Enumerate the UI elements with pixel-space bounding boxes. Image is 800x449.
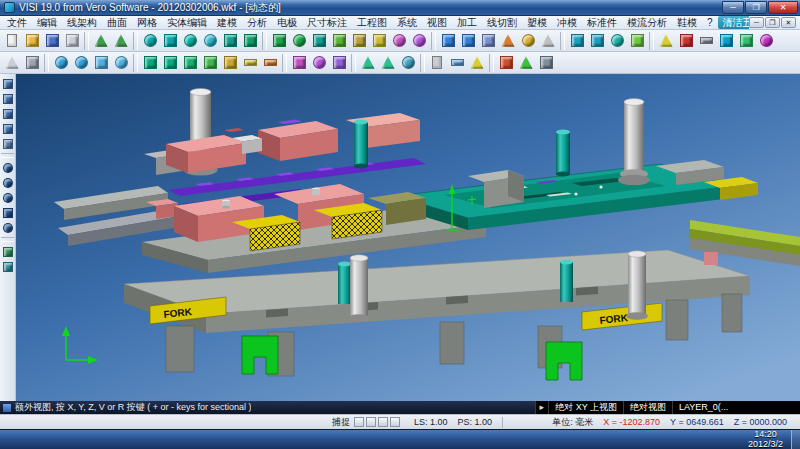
tool-hole-wizard-icon[interactable]	[309, 53, 329, 73]
layer-field[interactable]: LAYER_0(...	[672, 401, 800, 414]
tool-thickness-icon[interactable]	[398, 53, 418, 73]
show-desktop-button[interactable]	[791, 430, 800, 449]
menu-item-建模[interactable]: 建模	[212, 16, 242, 29]
view-front-icon[interactable]	[0, 106, 15, 121]
tool-revolve-icon[interactable]	[289, 31, 309, 51]
tool-fillet-icon[interactable]	[518, 31, 538, 51]
tool-springs-icon[interactable]	[260, 53, 280, 73]
tool-intersect-icon[interactable]	[478, 31, 498, 51]
view-wire-icon[interactable]	[0, 259, 15, 274]
menu-item-文件[interactable]: 文件	[2, 16, 32, 29]
view-zoom-out-icon[interactable]	[0, 175, 15, 190]
menu-item-?[interactable]: ?	[702, 16, 718, 29]
menu-item-编辑[interactable]: 编辑	[32, 16, 62, 29]
tool-shell-icon[interactable]	[349, 31, 369, 51]
tool-select-icon[interactable]	[2, 53, 22, 73]
menu-item-曲面[interactable]: 曲面	[102, 16, 132, 29]
tool-layers-icon[interactable]	[696, 31, 716, 51]
absolute-xy-view-field[interactable]: 绝对 XY 上视图	[548, 401, 623, 414]
view-pan-icon[interactable]	[0, 205, 15, 220]
tool-cam-icon[interactable]	[496, 53, 516, 73]
menu-item-网格[interactable]: 网格	[132, 16, 162, 29]
title-bar[interactable]: VISI 19.0 from Vero Software - 201203020…	[0, 0, 800, 16]
tool-simulate-icon[interactable]	[516, 53, 536, 73]
tool-circle-icon[interactable]	[200, 31, 220, 51]
tool-block-icon[interactable]	[369, 31, 389, 51]
intersection-snap-toggle[interactable]	[390, 417, 400, 427]
tool-render-icon[interactable]	[756, 31, 776, 51]
tool-orbit-icon[interactable]	[111, 53, 131, 73]
view-right-icon[interactable]	[0, 121, 15, 136]
tool-plate-wizard-icon[interactable]	[289, 53, 309, 73]
tool-sphere-icon[interactable]	[409, 31, 429, 51]
grid-toggle[interactable]	[354, 417, 364, 427]
view-zoom-fit-icon[interactable]	[0, 190, 15, 205]
menu-item-brand[interactable]: 清洁五金模具科技	[718, 16, 749, 29]
view-top-icon[interactable]	[0, 91, 15, 106]
tool-rectangle-icon[interactable]	[220, 31, 240, 51]
close-button[interactable]: ✕	[768, 1, 798, 14]
minimize-button[interactable]: ─	[722, 1, 744, 14]
menu-item-塑模[interactable]: 塑模	[522, 16, 552, 29]
tool-polyline-icon[interactable]	[240, 31, 260, 51]
tool-analysis-icon[interactable]	[358, 53, 378, 73]
tool-open-icon[interactable]	[22, 31, 42, 51]
menu-item-加工[interactable]: 加工	[452, 16, 482, 29]
tool-loft-icon[interactable]	[329, 31, 349, 51]
tool-new-icon[interactable]	[2, 31, 22, 51]
taskbar-clock[interactable]: 14:20 2012/3/2	[740, 430, 791, 449]
menu-item-线切割[interactable]: 线切割	[482, 16, 522, 29]
menu-item-标准件[interactable]: 标准件	[582, 16, 622, 29]
view-shade-icon[interactable]	[0, 244, 15, 259]
tool-subtract-icon[interactable]	[458, 31, 478, 51]
tool-chamfer-icon[interactable]	[538, 31, 558, 51]
mdi-close-button[interactable]: ✕	[781, 17, 796, 28]
tool-line-icon[interactable]	[160, 31, 180, 51]
3d-viewport[interactable]: FORK FORK	[16, 74, 800, 401]
mdi-minimize-button[interactable]: ─	[749, 17, 764, 28]
menu-item-冲模[interactable]: 冲模	[552, 16, 582, 29]
menu-item-模流分析[interactable]: 模流分析	[622, 16, 672, 29]
tool-die-layout-icon[interactable]	[180, 53, 200, 73]
view-zoom-in-icon[interactable]	[0, 160, 15, 175]
tool-zoom-fit-icon[interactable]	[71, 53, 91, 73]
tool-union-icon[interactable]	[438, 31, 458, 51]
absolute-view-field[interactable]: 绝对视图	[623, 401, 672, 414]
tool-draft-check-icon[interactable]	[378, 53, 398, 73]
menu-item-线架构[interactable]: 线架构	[62, 16, 102, 29]
tool-shaded-icon[interactable]	[736, 31, 756, 51]
tool-standard-parts-icon[interactable]	[220, 53, 240, 73]
tool-drawing-icon[interactable]	[427, 53, 447, 73]
menu-item-工程图[interactable]: 工程图	[352, 16, 392, 29]
menu-item-鞋模[interactable]: 鞋模	[672, 16, 702, 29]
tool-pocket-icon[interactable]	[329, 53, 349, 73]
tool-dimension-icon[interactable]	[447, 53, 467, 73]
tool-mirror-icon[interactable]	[567, 31, 587, 51]
tool-section-icon[interactable]	[676, 31, 696, 51]
tool-extrude-icon[interactable]	[269, 31, 289, 51]
windows-taskbar[interactable]: 14:20 2012/3/2	[0, 429, 800, 449]
menu-item-尺寸标注[interactable]: 尺寸标注	[302, 16, 352, 29]
tool-scale-icon[interactable]	[627, 31, 647, 51]
menu-item-系统[interactable]: 系统	[392, 16, 422, 29]
tool-pan-icon[interactable]	[91, 53, 111, 73]
menu-item-实体编辑[interactable]: 实体编辑	[162, 16, 212, 29]
view-orient-button[interactable]: ▸	[535, 401, 549, 414]
maximize-button[interactable]: ❐	[745, 1, 767, 14]
tool-move-icon[interactable]	[587, 31, 607, 51]
tool-undo-icon[interactable]	[91, 31, 111, 51]
view-iso-icon[interactable]	[0, 76, 15, 91]
view-rotate-icon[interactable]	[0, 220, 15, 235]
tool-redo-icon[interactable]	[111, 31, 131, 51]
tool-guide-pillar-icon[interactable]	[240, 53, 260, 73]
tool-filter-icon[interactable]	[22, 53, 42, 73]
mdi-restore-button[interactable]: ❐	[765, 17, 780, 28]
tool-print-icon[interactable]	[62, 31, 82, 51]
tool-save-icon[interactable]	[42, 31, 62, 51]
tool-sweep-icon[interactable]	[309, 31, 329, 51]
menu-item-视图[interactable]: 视图	[422, 16, 452, 29]
menu-item-分析[interactable]: 分析	[242, 16, 272, 29]
view-back-icon[interactable]	[0, 136, 15, 151]
tool-wireframe-icon[interactable]	[716, 31, 736, 51]
tool-cylinder-icon[interactable]	[389, 31, 409, 51]
